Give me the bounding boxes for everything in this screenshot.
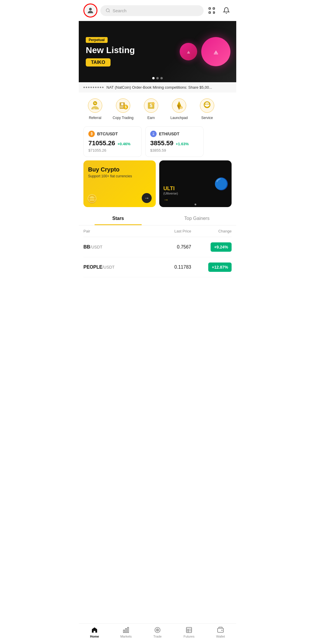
dot-2: [156, 77, 159, 79]
ulti-card[interactable]: ULTI (Ultiverse) → 🔵: [159, 160, 232, 207]
buy-crypto-arrow[interactable]: →: [142, 193, 152, 203]
ticker-icon: [83, 87, 104, 88]
svg-text:$: $: [180, 106, 182, 109]
pair-people: PEOPLE/USDT: [83, 265, 137, 270]
banner-content: Perpetual New Listing TAIKO: [79, 31, 142, 72]
buy-crypto-coin-icon: 🪙: [87, 194, 97, 204]
price-cards: ₿ BTC/USDT 71055.26 +0.46% $71055.26 Ξ E…: [79, 123, 236, 160]
svg-text:%: %: [94, 102, 96, 105]
menu-item-copy-trading[interactable]: $ Copy Trading: [109, 98, 137, 120]
svg-point-30: [205, 104, 206, 105]
buy-crypto-title: Buy Crypto: [88, 166, 151, 173]
svg-point-31: [206, 104, 208, 105]
menu-item-service[interactable]: Service: [193, 98, 221, 120]
news-ticker[interactable]: NAT (NatCoin) Order-Book Mining competit…: [79, 82, 236, 92]
eth-pair: ETH/USDT: [159, 132, 179, 136]
tab-stars-label: Stars: [112, 216, 124, 221]
svg-point-28: [200, 99, 214, 113]
people-last-price: 0.11783: [137, 265, 191, 270]
people-change-badge: +12.87%: [208, 262, 232, 272]
coin-circle-big: ⟁: [201, 37, 230, 66]
tab-gainers-label: Top Gainers: [184, 216, 209, 221]
svg-point-1: [106, 9, 109, 12]
bell-button[interactable]: [221, 5, 232, 16]
top-icons: [206, 5, 232, 16]
copy-trading-label: Copy Trading: [113, 116, 133, 120]
table-row-people[interactable]: PEOPLE/USDT 0.11783 +12.87%: [83, 257, 232, 277]
search-placeholder: Search: [113, 8, 127, 13]
top-bar: Search: [79, 0, 236, 21]
btc-header: ₿ BTC/USDT: [88, 131, 137, 137]
btc-change: +0.46%: [118, 142, 130, 146]
market-tabs: Stars Top Gainers: [79, 212, 236, 225]
service-label: Service: [201, 116, 213, 120]
people-pair-base: PEOPLE/USDT: [83, 265, 115, 270]
copy-trading-icon: $: [115, 98, 131, 113]
header-pair: Pair: [83, 229, 137, 233]
quick-menu: % % Referral $ Copy Trading: [79, 92, 236, 123]
svg-point-9: [88, 99, 102, 113]
svg-rect-3: [213, 8, 214, 9]
svg-rect-17: [120, 107, 123, 108]
menu-item-earn[interactable]: $ + Earn: [137, 98, 165, 120]
market-table: Pair Last Price Change BB/USDT 0.7567 +9…: [79, 225, 236, 277]
service-icon: [199, 98, 215, 113]
launchpad-label: Launchpad: [170, 116, 188, 120]
tab-top-gainers[interactable]: Top Gainers: [158, 212, 236, 225]
header-price: Last Price: [137, 229, 191, 233]
search-bar[interactable]: Search: [100, 5, 204, 16]
earn-icon: $ +: [143, 98, 159, 113]
eth-header: Ξ ETH/USDT: [150, 131, 199, 137]
buy-crypto-card[interactable]: Buy Crypto Support 100+ fiat currencies …: [83, 160, 156, 207]
header-change: Change: [191, 229, 232, 233]
referral-label: Referral: [89, 116, 102, 120]
people-change: +12.87%: [191, 262, 232, 272]
promo-cards: Buy Crypto Support 100+ fiat currencies …: [79, 160, 236, 212]
ticker-text: NAT (NatCoin) Order-Book Mining competit…: [106, 85, 212, 90]
price-card-btc[interactable]: ₿ BTC/USDT 71055.26 +0.46% $71055.26: [83, 126, 142, 157]
eth-usd: $3855.59: [150, 148, 199, 153]
earn-label: Earn: [147, 116, 155, 120]
bb-last-price: 0.7567: [137, 244, 191, 250]
bb-change-badge: +9.24%: [211, 242, 232, 252]
svg-rect-2: [209, 8, 210, 9]
menu-item-referral[interactable]: % % Referral: [81, 98, 109, 120]
svg-text:%: %: [93, 108, 95, 110]
pair-bb: BB/USDT: [83, 244, 137, 250]
bb-pair-base: BB/USDT: [83, 244, 102, 249]
tab-stars[interactable]: Stars: [79, 212, 158, 225]
bb-pair-quote: /USDT: [90, 245, 102, 249]
btc-usd: $71055.26: [88, 148, 137, 153]
eth-change: +1.63%: [176, 142, 189, 146]
referral-icon: % %: [87, 98, 103, 113]
scan-button[interactable]: [206, 5, 217, 16]
price-card-eth[interactable]: Ξ ETH/USDT 3855.59 +1.63% $3855.59: [145, 126, 204, 157]
eth-price: 3855.59: [150, 139, 174, 147]
buy-crypto-sub: Support 100+ fiat currencies: [88, 174, 151, 178]
banner-title: New Listing: [86, 45, 135, 55]
svg-text:$: $: [125, 105, 127, 109]
banner-coin: TAIKO: [86, 58, 111, 66]
avatar[interactable]: [83, 4, 97, 18]
banner-dots: [152, 77, 163, 79]
btc-price: 71055.26: [88, 139, 115, 147]
ulti-arrow-icon: →: [163, 197, 228, 203]
table-row-bb[interactable]: BB/USDT 0.7567 +9.24%: [83, 237, 232, 257]
banner-tag: Perpetual: [86, 37, 108, 43]
banner-decoration: ⟁ ⟁: [180, 37, 230, 66]
btc-icon: ₿: [88, 131, 95, 137]
svg-point-0: [89, 8, 92, 10]
bb-change: +9.24%: [191, 242, 232, 252]
btc-pair: BTC/USDT: [97, 132, 118, 136]
eth-icon: Ξ: [150, 131, 157, 137]
ulti-dot: [195, 204, 196, 205]
menu-item-launchpad[interactable]: $ Launchpad: [165, 98, 193, 120]
banner: Perpetual New Listing TAIKO ⟁ ⟁: [79, 21, 236, 82]
svg-text:+: +: [153, 103, 154, 105]
svg-point-15: [121, 103, 123, 105]
launchpad-icon: $: [171, 98, 187, 113]
svg-rect-4: [209, 12, 210, 13]
svg-point-32: [208, 104, 209, 105]
people-pair-quote: /USDT: [102, 265, 115, 270]
table-header: Pair Last Price Change: [83, 225, 232, 237]
